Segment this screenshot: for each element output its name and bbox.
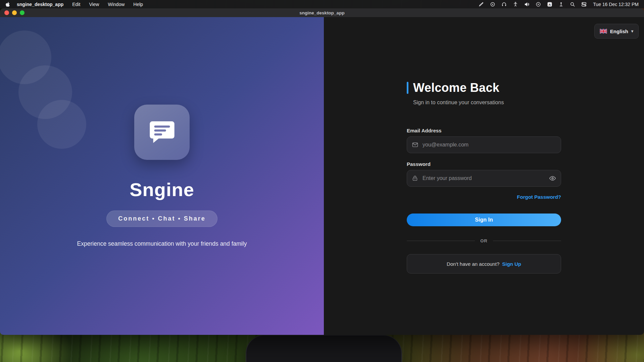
menu-help[interactable]: Help: [133, 2, 143, 7]
page-title: Welcome Back: [413, 81, 499, 95]
chat-bubble-icon: [147, 118, 177, 147]
title-accent-bar: [407, 82, 408, 94]
or-label: OR: [480, 238, 488, 243]
uk-flag-icon: [600, 29, 607, 34]
show-password-icon[interactable]: [548, 174, 557, 183]
forgot-password-link[interactable]: Forgot Password?: [517, 194, 561, 200]
menu-edit[interactable]: Edit: [72, 2, 80, 7]
menubar-clock[interactable]: Tue 16 Dec 12:32 PM: [593, 2, 639, 7]
zoom-button[interactable]: [20, 10, 24, 15]
play-circle-icon[interactable]: [535, 1, 541, 7]
menubar-app-name[interactable]: sngine_desktop_app: [17, 2, 63, 7]
brand-panel: Sngine Connect • Chat • Share Experience…: [0, 17, 324, 335]
volume-icon[interactable]: [524, 1, 530, 7]
traffic-lights: [4, 8, 24, 17]
lock-icon: [412, 175, 418, 182]
menu-view[interactable]: View: [89, 2, 99, 7]
hero-tagline: Experience seamless communication with y…: [77, 240, 247, 247]
menu-window[interactable]: Window: [108, 2, 125, 7]
control-center-icon[interactable]: [581, 1, 587, 7]
signup-prompt: Don't have an account?: [447, 261, 499, 267]
page-subtitle: Sign in to continue your conversations: [413, 100, 561, 106]
window-titlebar[interactable]: sngine_desktop_app: [0, 8, 644, 17]
password-field[interactable]: [407, 170, 561, 187]
login-form: Welcome Back Sign in to continue your co…: [407, 17, 561, 274]
password-label: Password: [407, 161, 561, 167]
sign-up-link[interactable]: Sign Up: [502, 261, 521, 267]
hero-badge: Connect • Chat • Share: [106, 210, 217, 227]
envelope-icon: [412, 141, 418, 148]
auth-panel: English ▾ Welcome Back Sign in to contin…: [324, 17, 644, 335]
window-content: Sngine Connect • Chat • Share Experience…: [0, 17, 644, 335]
close-button[interactable]: [4, 10, 9, 15]
chevron-down-icon: ▾: [631, 29, 633, 34]
record-icon[interactable]: [490, 1, 495, 7]
decor-circle: [37, 100, 86, 149]
language-label: English: [610, 28, 628, 34]
accessibility-icon[interactable]: [512, 1, 518, 7]
pen-icon[interactable]: [478, 1, 484, 7]
input-source-letter: A: [548, 2, 551, 6]
headphones-icon[interactable]: [501, 1, 507, 7]
sign-in-button[interactable]: Sign In: [407, 214, 561, 226]
input-source-icon[interactable]: A: [547, 1, 552, 7]
menu-bar: sngine_desktop_app Edit View Window Help…: [0, 0, 644, 8]
apple-menu-icon[interactable]: [5, 1, 10, 7]
email-field[interactable]: [407, 136, 561, 153]
menubar-status-area: A Tue 16 Dec 12:32 PM: [478, 1, 639, 7]
window-title: sngine_desktop_app: [0, 10, 644, 15]
search-icon[interactable]: [569, 1, 575, 7]
minimize-button[interactable]: [12, 10, 17, 15]
app-name: Sngine: [130, 179, 194, 200]
app-logo-tile: [134, 105, 190, 160]
language-selector[interactable]: English ▾: [594, 24, 639, 39]
app-window: sngine_desktop_app Sngine Connect • Chat…: [0, 8, 644, 335]
email-label: Email Address: [407, 128, 561, 133]
wallpaper-device-silhouette: [246, 336, 401, 362]
signup-prompt-box: Don't have an account? Sign Up: [407, 254, 561, 274]
or-divider: OR: [407, 238, 561, 243]
switch-icon[interactable]: [558, 1, 564, 7]
